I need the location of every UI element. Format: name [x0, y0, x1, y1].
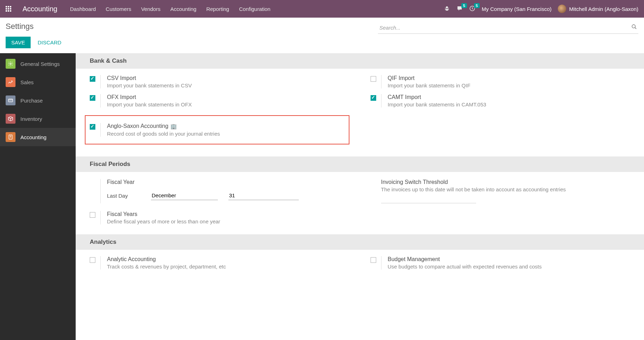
- analytic-accounting-checkbox[interactable]: [90, 257, 95, 263]
- fiscal-year-label: Fiscal Year: [107, 179, 349, 185]
- nav-customers[interactable]: Customers: [106, 6, 131, 12]
- anglo-saxon-highlight: Anglo-Saxon Accounting🏢 Record cost of g…: [85, 115, 349, 144]
- anglo-saxon-title: Anglo-Saxon Accounting🏢: [107, 123, 345, 130]
- qif-import-title: QIF Import: [388, 75, 630, 81]
- sidebar-item-label: Sales: [20, 79, 34, 85]
- fiscal-years-title: Fiscal Years: [107, 211, 349, 217]
- budget-management-checkbox[interactable]: [371, 257, 376, 263]
- money-icon: [6, 132, 15, 142]
- fiscal-day-input[interactable]: [228, 191, 299, 200]
- camt-import-title: CAMT Import: [388, 94, 630, 100]
- qif-import-desc: Import your bank statements in QIF: [388, 82, 630, 88]
- analytic-accounting-title: Analytic Accounting: [107, 256, 349, 262]
- box-icon: [6, 114, 15, 124]
- svg-rect-9: [8, 99, 13, 102]
- avatar: [558, 5, 566, 13]
- budget-management-desc: Use budgets to compare actual with expec…: [388, 264, 630, 270]
- csv-import-checkbox[interactable]: [90, 76, 95, 82]
- ofx-import-desc: Import your bank statements in OFX: [107, 101, 349, 107]
- nav-dashboard[interactable]: Dashboard: [70, 6, 96, 12]
- ofx-import-title: OFX Import: [107, 94, 349, 100]
- activities-icon[interactable]: 5: [469, 5, 475, 13]
- sidebar-item-sales[interactable]: Sales: [0, 73, 76, 91]
- search-icon[interactable]: [631, 24, 637, 31]
- building-icon: 🏢: [170, 123, 177, 130]
- ofx-import-checkbox[interactable]: [90, 95, 95, 101]
- last-day-label: Last Day: [107, 193, 140, 199]
- anglo-saxon-checkbox[interactable]: [90, 124, 95, 130]
- svg-line-1: [445, 8, 446, 8]
- page-title: Settings: [6, 22, 34, 31]
- gear-icon: [6, 59, 15, 69]
- user-name: Mitchell Admin (Anglo-Saxon): [569, 6, 638, 12]
- svg-point-8: [10, 63, 11, 64]
- sidebar-item-general[interactable]: General Settings: [0, 55, 76, 73]
- svg-line-7: [635, 27, 636, 29]
- activities-badge: 5: [474, 3, 480, 8]
- qif-import-checkbox[interactable]: [371, 76, 376, 82]
- app-name[interactable]: Accounting: [23, 5, 57, 13]
- section-analytics-header: Analytics: [76, 234, 644, 250]
- budget-management-title: Budget Management: [388, 256, 630, 262]
- sidebar-item-label: Purchase: [20, 98, 43, 104]
- camt-import-checkbox[interactable]: [371, 95, 376, 101]
- discard-button[interactable]: DISCARD: [38, 39, 62, 45]
- threshold-input-line[interactable]: [381, 203, 476, 203]
- csv-import-title: CSV Import: [107, 75, 349, 81]
- sidebar-item-inventory[interactable]: Inventory: [0, 110, 76, 128]
- nav-configuration[interactable]: Configuration: [239, 6, 270, 12]
- camt-import-desc: Import your bank statements in CAMT.053: [388, 101, 630, 107]
- company-switcher[interactable]: My Company (San Francisco): [482, 6, 551, 12]
- anglo-saxon-desc: Record cost of goods sold in your journa…: [107, 131, 345, 137]
- save-button[interactable]: SAVE: [6, 37, 31, 48]
- messages-icon[interactable]: 5: [456, 5, 463, 13]
- card-icon: [6, 95, 15, 105]
- chart-icon: [6, 77, 15, 87]
- sidebar-item-accounting[interactable]: Accounting: [0, 128, 76, 146]
- sidebar-item-purchase[interactable]: Purchase: [0, 91, 76, 110]
- threshold-desc: The invoices up to this date will not be…: [381, 186, 630, 192]
- sidebar-item-label: Accounting: [20, 134, 46, 140]
- fiscal-years-desc: Define fiscal years of more or less than…: [107, 218, 349, 224]
- user-menu[interactable]: Mitchell Admin (Anglo-Saxon): [558, 5, 638, 13]
- sidebar-item-label: General Settings: [20, 61, 60, 67]
- apps-icon[interactable]: [6, 6, 11, 12]
- debug-icon[interactable]: [444, 5, 450, 13]
- fiscal-month-input[interactable]: [151, 191, 218, 200]
- nav-accounting[interactable]: Accounting: [170, 6, 196, 12]
- svg-point-0: [446, 6, 448, 8]
- section-fiscal-header: Fiscal Periods: [76, 156, 644, 172]
- fiscal-years-checkbox[interactable]: [90, 212, 95, 218]
- threshold-title: Invoicing Switch Threshold: [381, 179, 630, 185]
- svg-point-6: [632, 25, 635, 28]
- csv-import-desc: Import your bank statements in CSV: [107, 82, 349, 88]
- sidebar-item-label: Inventory: [20, 116, 42, 122]
- nav-vendors[interactable]: Vendors: [141, 6, 160, 12]
- messages-badge: 5: [461, 3, 467, 8]
- nav-reporting[interactable]: Reporting: [206, 6, 229, 12]
- section-bank-cash-header: Bank & Cash: [76, 53, 644, 69]
- analytic-accounting-desc: Track costs & revenues by project, depar…: [107, 264, 349, 270]
- search-input[interactable]: [378, 22, 638, 34]
- svg-line-2: [448, 8, 449, 8]
